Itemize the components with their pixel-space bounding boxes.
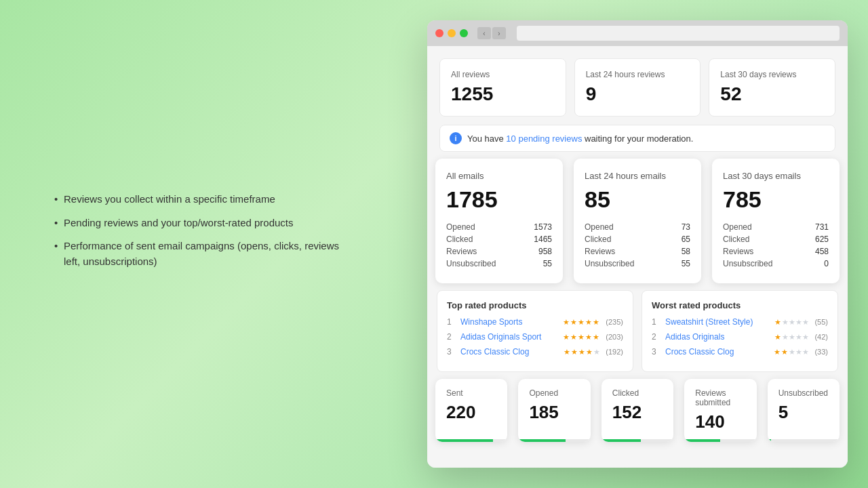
email-card-value: 785 xyxy=(723,186,829,213)
email-card-value: 1785 xyxy=(446,186,552,213)
progress-bar xyxy=(601,439,673,442)
stat-label: Last 30 days reviews xyxy=(720,70,824,79)
products-title: Top rated products xyxy=(447,300,623,310)
top-rated-card: Top rated products 1 Winshape Sports ★★★… xyxy=(437,290,633,372)
detail-value: 55 xyxy=(543,259,552,268)
worst-rated-card: Worst rated products 1 Sweatshirt (Stree… xyxy=(642,290,838,372)
detail-name: Unsubscribed xyxy=(446,259,496,268)
bottom-stat-value: 152 xyxy=(612,402,663,423)
address-bar[interactable] xyxy=(517,26,840,41)
email-detail-row: Clicked 625 xyxy=(723,235,829,244)
product-num: 2 xyxy=(447,332,455,342)
email-stats-row: All emails 1785 Opened 1573 Clicked 1465… xyxy=(430,159,845,283)
detail-name: Clicked xyxy=(723,235,749,244)
product-name[interactable]: Crocs Classic Clog xyxy=(665,347,768,357)
product-stars: ★★★★★ xyxy=(563,317,600,327)
email-detail-row: Unsubscribed 0 xyxy=(723,259,829,268)
email-card: Last 30 days emails 785 Opened 731 Click… xyxy=(712,159,840,283)
detail-name: Unsubscribed xyxy=(723,259,772,268)
notification-text: You have 10 pending reviews waiting for … xyxy=(467,134,693,144)
email-detail-row: Reviews 458 xyxy=(723,247,829,256)
detail-name: Reviews xyxy=(585,247,615,256)
bottom-stat-card: Reviews submitted 140 xyxy=(684,379,756,442)
email-detail-row: Unsubscribed 55 xyxy=(585,259,690,268)
pending-reviews-link[interactable]: 10 pending reviews xyxy=(506,134,582,144)
bullet-item: Performance of sent email campaigns (ope… xyxy=(54,239,339,269)
progress-bar xyxy=(768,439,840,442)
product-row: 1 Sweatshirt (Street Style) ★★★★★ (55) xyxy=(652,317,828,327)
detail-value: 58 xyxy=(682,247,690,256)
detail-value: 65 xyxy=(682,235,690,244)
email-detail-row: Unsubscribed 55 xyxy=(446,259,552,268)
product-name[interactable]: Crocs Classic Clog xyxy=(460,347,558,357)
detail-name: Reviews xyxy=(723,247,753,256)
nav-arrows: ‹ › xyxy=(477,27,506,39)
product-row: 1 Winshape Sports ★★★★★ (235) xyxy=(447,317,623,327)
stat-value: 9 xyxy=(586,83,690,105)
bottom-stat-value: 220 xyxy=(446,402,496,423)
top-stats-row: All reviews 1255 Last 24 hours reviews 9… xyxy=(427,46,848,125)
product-name[interactable]: Sweatshirt (Street Style) xyxy=(665,317,769,327)
progress-bar xyxy=(518,439,590,442)
stat-value: 1255 xyxy=(451,83,555,105)
bottom-stat-card: Sent 220 xyxy=(435,379,507,442)
info-icon: i xyxy=(450,132,462,144)
product-stars: ★★★★★ xyxy=(563,332,600,342)
product-num: 1 xyxy=(447,317,455,327)
product-num: 2 xyxy=(652,332,660,342)
bullet-item: Reviews you collect within a specific ti… xyxy=(54,192,339,207)
email-detail-row: Opened 1573 xyxy=(446,222,552,232)
bullet-list: Reviews you collect within a specific ti… xyxy=(54,192,339,269)
left-panel: Reviews you collect within a specific ti… xyxy=(54,178,339,310)
product-count: (192) xyxy=(606,348,623,356)
email-detail-row: Clicked 65 xyxy=(585,235,690,244)
back-arrow[interactable]: ‹ xyxy=(477,27,491,39)
browser-bar: ‹ › xyxy=(427,20,848,46)
detail-name: Opened xyxy=(585,222,614,232)
maximize-dot[interactable] xyxy=(460,29,468,37)
bottom-stat-card: Unsubscribed 5 xyxy=(768,379,840,442)
minimize-dot[interactable] xyxy=(448,29,456,37)
product-num: 3 xyxy=(447,347,455,357)
bullet-item: Pending reviews and your top/worst-rated… xyxy=(54,216,339,231)
email-detail-row: Opened 73 xyxy=(585,222,690,232)
product-count: (203) xyxy=(606,333,623,341)
bottom-stats-row: Sent 220 Opened 185 Clicked 152 Reviews … xyxy=(430,379,845,442)
email-detail-row: Opened 731 xyxy=(723,222,829,232)
product-row: 2 Adidas Originals ★★★★★ (42) xyxy=(652,332,828,342)
progress-bar xyxy=(435,439,507,442)
close-dot[interactable] xyxy=(435,29,443,37)
bottom-stat-label: Sent xyxy=(446,388,496,398)
product-count: (235) xyxy=(606,318,623,326)
bottom-stat-card: Clicked 152 xyxy=(601,379,673,442)
browser-window: ‹ › All reviews 1255 Last 24 hours revie… xyxy=(427,20,848,468)
bottom-stat-label: Clicked xyxy=(612,388,663,398)
product-stars: ★★★★★ xyxy=(564,347,600,357)
stat-value: 52 xyxy=(720,83,824,105)
detail-value: 1465 xyxy=(534,235,552,244)
bottom-stat-card: Opened 185 xyxy=(518,379,590,442)
email-card: All emails 1785 Opened 1573 Clicked 1465… xyxy=(435,159,563,283)
product-count: (55) xyxy=(814,318,828,326)
email-card-label: All emails xyxy=(446,171,552,181)
product-name[interactable]: Adidas Originals Sport xyxy=(460,332,557,342)
detail-name: Opened xyxy=(723,222,752,232)
detail-name: Clicked xyxy=(446,235,473,244)
detail-value: 731 xyxy=(815,222,829,232)
product-count: (33) xyxy=(814,348,828,356)
email-card-label: Last 30 days emails xyxy=(723,171,829,181)
top-stat-card: All reviews 1255 xyxy=(439,58,566,117)
product-stars: ★★★★★ xyxy=(774,332,809,342)
product-name[interactable]: Adidas Originals xyxy=(665,332,769,342)
bottom-stat-label: Reviews submitted xyxy=(695,388,745,407)
detail-name: Opened xyxy=(446,222,475,232)
product-name[interactable]: Winshape Sports xyxy=(460,317,557,327)
bottom-stat-value: 140 xyxy=(695,411,745,432)
stat-label: All reviews xyxy=(451,70,555,79)
stat-label: Last 24 hours reviews xyxy=(586,70,690,79)
product-row: 3 Crocs Classic Clog ★★★★★ (192) xyxy=(447,347,623,357)
bottom-stat-value: 185 xyxy=(529,402,579,423)
forward-arrow[interactable]: › xyxy=(492,27,506,39)
product-row: 3 Crocs Classic Clog ★★★★★ (33) xyxy=(652,347,828,357)
email-detail-row: Clicked 1465 xyxy=(446,235,552,244)
